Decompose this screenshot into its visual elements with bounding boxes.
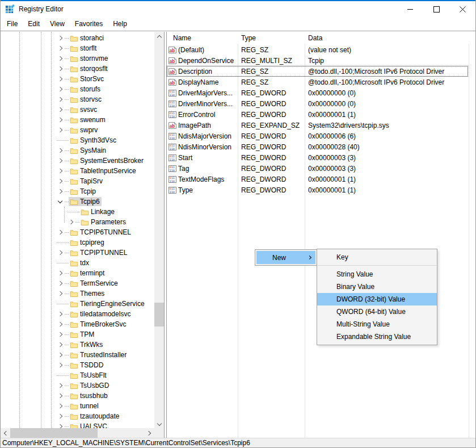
expand-chevron-icon[interactable]: [57, 329, 65, 340]
submenu-item-binary-value[interactable]: Binary Value: [317, 280, 437, 293]
tree-item-tsusbhub[interactable]: tsusbhub: [1, 391, 154, 401]
expand-chevron-icon[interactable]: [57, 94, 65, 104]
menubar-item-help[interactable]: Help: [108, 18, 132, 30]
expand-chevron-icon[interactable]: [57, 288, 65, 299]
expand-chevron-icon[interactable]: [57, 166, 65, 176]
tree-node-tsusbhub[interactable]: tsusbhub: [69, 391, 109, 400]
submenu-item-expandable-string-value[interactable]: Expandable String Value: [317, 330, 437, 343]
menubar-item-edit[interactable]: Edit: [23, 18, 45, 30]
tree-item-TrkWks[interactable]: TrkWks: [1, 340, 154, 350]
value-row-NdisMinorVersion[interactable]: 011110NdisMinorVersionREG_DWORD0x0000002…: [167, 141, 468, 152]
tree-node-storvsc[interactable]: storvsc: [69, 95, 103, 104]
expand-chevron-icon[interactable]: [57, 411, 65, 421]
tree-item-storahci[interactable]: storahci: [1, 33, 154, 43]
value-row-DisplayName[interactable]: abDisplayNameREG_SZ@todo.dll,-100;Micros…: [167, 77, 468, 87]
expand-chevron-icon[interactable]: [57, 115, 65, 125]
tree-node-storqosflt[interactable]: storqosflt: [69, 64, 109, 73]
scroll-left-button[interactable]: [1, 428, 10, 438]
submenu-item-key[interactable]: Key: [317, 251, 437, 263]
tree-node-TimeBrokerSvc[interactable]: TimeBrokerSvc: [69, 320, 128, 329]
expand-chevron-icon[interactable]: [57, 145, 65, 156]
tree-node-SystemEventsBroker[interactable]: SystemEventsBroker: [69, 156, 145, 165]
maximize-button[interactable]: [423, 1, 449, 17]
expand-chevron-icon[interactable]: [57, 186, 65, 196]
tree-item-TapiSrv[interactable]: TapiSrv: [1, 176, 154, 186]
tree-item-Parameters[interactable]: Parameters: [1, 217, 154, 227]
tree-node-TieringEngineService[interactable]: TieringEngineService: [69, 299, 146, 308]
tree-horizontal-scrollbar[interactable]: [1, 428, 154, 438]
tree-node-TermService[interactable]: TermService: [69, 279, 120, 288]
tree-item-TieringEngineService[interactable]: TieringEngineService: [1, 299, 154, 309]
tree-item-tiledatamodelsvc[interactable]: tiledatamodelsvc: [1, 309, 154, 319]
tree-node-TSDDD[interactable]: TSDDD: [69, 361, 105, 370]
tree-node-TCPIPTUNNEL[interactable]: TCPIPTUNNEL: [69, 248, 129, 257]
tree-item-tunnel[interactable]: tunnel: [1, 401, 154, 411]
tree-node-storflt[interactable]: storflt: [69, 44, 98, 53]
value-row-Tag[interactable]: 011110TagREG_DWORD0x00000003 (3): [167, 163, 468, 174]
tree-node-swprv[interactable]: swprv: [69, 125, 99, 135]
submenu-item-string-value[interactable]: String Value: [317, 268, 437, 280]
tree-node-TPM[interactable]: TPM: [69, 330, 96, 339]
tree-node-tzautoupdate[interactable]: tzautoupdate: [69, 412, 121, 421]
expand-chevron-icon[interactable]: [57, 74, 65, 84]
tree-node-swenum[interactable]: swenum: [69, 115, 107, 124]
expand-chevron-icon[interactable]: [57, 319, 65, 329]
expand-chevron-icon[interactable]: [57, 401, 65, 411]
tree-node-tunnel[interactable]: tunnel: [69, 401, 100, 411]
tree-item-TPM[interactable]: TPM: [1, 329, 154, 340]
tree-item-TCPIPTUNNEL[interactable]: TCPIPTUNNEL: [1, 248, 154, 258]
tree-node-TsUsbFlt[interactable]: TsUsbFlt: [69, 371, 108, 380]
tree-node-Parameters[interactable]: Parameters: [79, 217, 128, 227]
expand-chevron-icon[interactable]: [57, 248, 65, 258]
tree-node-tcpipreg[interactable]: tcpipreg: [69, 238, 106, 247]
tree-node-TrustedInstaller[interactable]: TrustedInstaller: [69, 350, 128, 359]
expand-chevron-icon[interactable]: [57, 156, 65, 166]
tree-node-TabletInputService[interactable]: TabletInputService: [69, 166, 138, 175]
tree-node-Synth3dVsc[interactable]: Synth3dVsc: [69, 136, 118, 145]
tree-item-swenum[interactable]: swenum: [1, 115, 154, 125]
tree-item-SystemEventsBroker[interactable]: SystemEventsBroker: [1, 156, 154, 166]
tree-item-storflt[interactable]: storflt: [1, 43, 154, 53]
tree-item-Themes[interactable]: Themes: [1, 288, 154, 299]
tree-item-TCPIP6TUNNEL[interactable]: TCPIP6TUNNEL: [1, 227, 154, 237]
value-row-DriverMajorVers[interactable]: 011110DriverMajorVers...REG_DWORD0x00000…: [167, 87, 468, 98]
tree-node-TrkWks[interactable]: TrkWks: [69, 340, 104, 349]
expand-chevron-icon[interactable]: [57, 104, 65, 115]
tree-node-Linkage[interactable]: Linkage: [79, 207, 116, 216]
tree-item-terminpt[interactable]: terminpt: [1, 268, 154, 278]
tree-node-storufs[interactable]: storufs: [69, 85, 102, 94]
tree-vertical-scrollbar[interactable]: [154, 32, 164, 429]
value-row-TextModeFlags[interactable]: 011110TextModeFlagsREG_DWORD0x00000001 (…: [167, 174, 468, 185]
expand-chevron-icon[interactable]: [57, 268, 65, 278]
expand-chevron-icon[interactable]: [57, 340, 65, 350]
value-row-DriverMinorVers[interactable]: 011110DriverMinorVers...REG_DWORD0x00000…: [167, 98, 468, 109]
scroll-right-button[interactable]: [145, 428, 154, 438]
value-row-DependOnService[interactable]: abDependOnServiceREG_MULTI_SZTcpip: [167, 55, 468, 66]
tree-node-TCPIP6TUNNEL[interactable]: TCPIP6TUNNEL: [69, 228, 133, 237]
tree-item-stornvme[interactable]: stornvme: [1, 53, 154, 64]
column-header-data[interactable]: Data: [305, 34, 475, 42]
tree-item-StorSvc[interactable]: StorSvc: [1, 74, 154, 84]
expand-chevron-icon[interactable]: [57, 278, 65, 288]
tree-node-storahci[interactable]: storahci: [69, 34, 106, 43]
expand-chevron-icon[interactable]: [57, 176, 65, 186]
tree-item-TsUsbFlt[interactable]: TsUsbFlt: [1, 370, 154, 380]
tree-item-storqosflt[interactable]: storqosflt: [1, 64, 154, 74]
tree-node-stornvme[interactable]: stornvme: [69, 54, 109, 63]
tree-item-TSDDD[interactable]: TSDDD: [1, 360, 154, 370]
tree-item-svsvc[interactable]: svsvc: [1, 104, 154, 115]
column-header-type[interactable]: Type: [238, 34, 305, 42]
tree-item-Linkage[interactable]: Linkage: [1, 207, 154, 217]
expand-chevron-icon[interactable]: [57, 350, 65, 360]
expand-chevron-icon[interactable]: [57, 43, 65, 53]
expand-chevron-icon[interactable]: [57, 227, 65, 237]
tree-item-tzautoupdate[interactable]: tzautoupdate: [1, 411, 154, 421]
expand-chevron-icon[interactable]: [57, 309, 65, 319]
value-row-NdisMajorVersion[interactable]: 011110NdisMajorVersionREG_DWORD0x0000000…: [167, 131, 468, 141]
tree-item-tdx[interactable]: tdx: [1, 258, 154, 268]
expand-chevron-icon[interactable]: [57, 391, 65, 401]
tree-item-Synth3dVsc[interactable]: Synth3dVsc: [1, 135, 154, 145]
menu-item-new[interactable]: New: [256, 251, 315, 264]
tree-item-TsUsbGD[interactable]: TsUsbGD: [1, 380, 154, 391]
tree-node-tdx[interactable]: tdx: [69, 258, 91, 267]
